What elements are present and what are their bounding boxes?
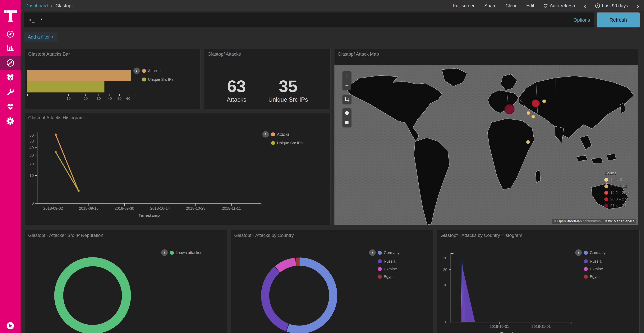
legend-item: 1 – 7.6 xyxy=(604,177,630,182)
world-map[interactable]: + − Count 1 – 7.6 xyxy=(334,65,638,225)
options-link[interactable]: Options xyxy=(574,17,590,23)
sidebar-item-monitoring[interactable] xyxy=(0,99,20,114)
bar-chart[interactable]: 102030405060 xyxy=(25,49,200,109)
legend-dot xyxy=(584,251,588,255)
edit-button[interactable]: Edit xyxy=(526,3,534,9)
heartbeat-icon xyxy=(6,102,14,111)
draw-polygon-icon[interactable] xyxy=(342,108,351,118)
bear-icon xyxy=(6,73,14,82)
legend-item[interactable]: Russia xyxy=(378,259,400,263)
full-screen-button[interactable]: Full screen xyxy=(453,3,476,9)
legend-item[interactable]: Unique Src IPs xyxy=(271,141,302,145)
zoom-out-button[interactable]: − xyxy=(342,81,351,90)
legend-dot xyxy=(378,259,382,263)
share-button[interactable]: Share xyxy=(484,3,496,9)
svg-text:30: 30 xyxy=(96,97,100,101)
svg-text:30: 30 xyxy=(443,256,447,260)
svg-text:60: 60 xyxy=(30,133,34,137)
svg-text:Timestamp: Timestamp xyxy=(500,331,522,333)
legend-item[interactable]: Russia xyxy=(584,259,606,263)
legend-dot xyxy=(271,132,275,136)
legend-toggle-chevron-icon[interactable]: › xyxy=(369,249,376,256)
donut-chart[interactable] xyxy=(25,230,227,333)
time-back-button[interactable]: ‹ xyxy=(584,3,586,9)
sidebar-item-visualize[interactable] xyxy=(0,41,20,55)
osm-link[interactable]: OpenStreetMap xyxy=(557,219,582,223)
auto-refresh-button[interactable]: Auto-refresh xyxy=(543,3,575,9)
legend-item[interactable]: Attacks xyxy=(271,132,290,137)
ems-link[interactable]: Elastic Maps Service xyxy=(602,219,634,223)
time-forward-button[interactable]: › xyxy=(637,3,639,9)
legend-item[interactable]: Ukraine xyxy=(378,267,400,271)
legend-item[interactable]: Egypt xyxy=(584,274,606,279)
panel-attacks-by-country-histogram: Glastopf - Attacks by Country Histogram … xyxy=(437,230,640,333)
breadcrumb-dashboard[interactable]: Dashboard xyxy=(25,3,48,8)
breadcrumb: Dashboard / Glastopf xyxy=(25,3,73,9)
legend-dot xyxy=(604,191,608,195)
legend-dot xyxy=(378,267,382,271)
search-input[interactable]: >_ * Options xyxy=(24,13,594,28)
refresh-button[interactable]: Refresh xyxy=(597,13,640,28)
zoom-in-button[interactable]: + xyxy=(342,71,351,81)
svg-text:20: 20 xyxy=(443,268,447,272)
legend-item[interactable]: Attacks xyxy=(142,69,160,73)
legend-item[interactable]: Egypt xyxy=(378,274,400,279)
t-mobile-logo[interactable] xyxy=(0,4,20,28)
metric-unique-src-ips: 35 Unique Src IPs xyxy=(268,78,308,103)
svg-text:0: 0 xyxy=(32,201,34,205)
sidebar-item-management[interactable] xyxy=(0,114,20,128)
legend: › Attacks Unique Src IPs xyxy=(134,68,174,82)
fit-bounds-icon[interactable] xyxy=(342,95,351,104)
draw-rectangle-icon[interactable] xyxy=(342,118,351,127)
legend-dot xyxy=(142,69,146,73)
map-count-legend: Count 1 – 7.6 7.6 – 14.2 14.2 – 20.8 20.… xyxy=(604,171,630,208)
app-sidebar xyxy=(0,0,20,333)
legend-toggle-chevron-icon[interactable]: › xyxy=(575,249,582,256)
svg-text:30: 30 xyxy=(30,153,34,157)
area-chart[interactable]: 01020302018-10-012018-11-01Timestamp xyxy=(437,230,640,333)
legend-toggle-chevron-icon[interactable]: › xyxy=(262,131,269,138)
legend-item: 14.2 – 20.8 xyxy=(604,190,630,195)
legend-dot xyxy=(142,78,146,82)
legend-dot xyxy=(271,141,275,145)
panel-title: Glastopf Attacks xyxy=(208,51,241,57)
svg-text:2018-09-02: 2018-09-02 xyxy=(43,206,63,210)
line-chart[interactable]: 01020304050602018-09-022018-09-162018-09… xyxy=(25,113,330,225)
svg-text:Timestamp: Timestamp xyxy=(138,213,160,217)
legend-item[interactable]: Germany xyxy=(378,250,400,255)
legend-item: 20.8 – 27.4 xyxy=(604,197,630,201)
legend-dot xyxy=(378,251,382,255)
legend-dot xyxy=(604,178,608,182)
clone-button[interactable]: Clone xyxy=(506,3,518,9)
sidebar-item-discover[interactable] xyxy=(0,27,20,41)
legend-toggle-chevron-icon[interactable]: › xyxy=(134,68,140,74)
legend-item[interactable]: Germany xyxy=(584,250,606,255)
filter-bar: Add a filter+ xyxy=(20,30,644,48)
panel-title: Glastopf - Attacker Src IP Reputation xyxy=(28,233,103,238)
svg-text:2018-11-01: 2018-11-01 xyxy=(532,324,551,328)
legend-item[interactable]: Unique Src IPs xyxy=(142,77,174,82)
kibana-dashboard: Dashboard / Glastopf Full screen Share C… xyxy=(0,0,644,333)
svg-text:2018-10-01: 2018-10-01 xyxy=(490,324,509,328)
legend-toggle-chevron-icon[interactable]: › xyxy=(161,249,168,256)
collapse-sidebar-button[interactable] xyxy=(7,322,14,329)
legend-dot xyxy=(584,275,588,279)
compass-icon xyxy=(6,30,14,38)
map-attribution: © OpenStreetMap contributors, Elastic Ma… xyxy=(552,219,636,224)
legend-item[interactable]: known attacker xyxy=(170,250,202,255)
gauge-icon xyxy=(6,59,14,67)
add-filter-button[interactable]: Add a filter+ xyxy=(24,33,58,42)
svg-text:60: 60 xyxy=(126,97,130,101)
breadcrumb-current: Glastopf xyxy=(56,3,72,8)
svg-text:0: 0 xyxy=(445,320,447,324)
sidebar-item-honeypot[interactable] xyxy=(0,70,20,85)
time-range-picker[interactable]: Last 90 days xyxy=(595,3,628,9)
legend-dot xyxy=(170,251,174,255)
svg-text:10: 10 xyxy=(443,283,447,287)
sidebar-item-dev-tools[interactable] xyxy=(0,85,20,99)
svg-text:10: 10 xyxy=(30,173,34,178)
legend-dot xyxy=(584,259,588,263)
legend-item[interactable]: Ukraine xyxy=(584,267,606,271)
donut-chart[interactable] xyxy=(231,230,433,333)
sidebar-item-dashboard[interactable] xyxy=(0,56,20,70)
